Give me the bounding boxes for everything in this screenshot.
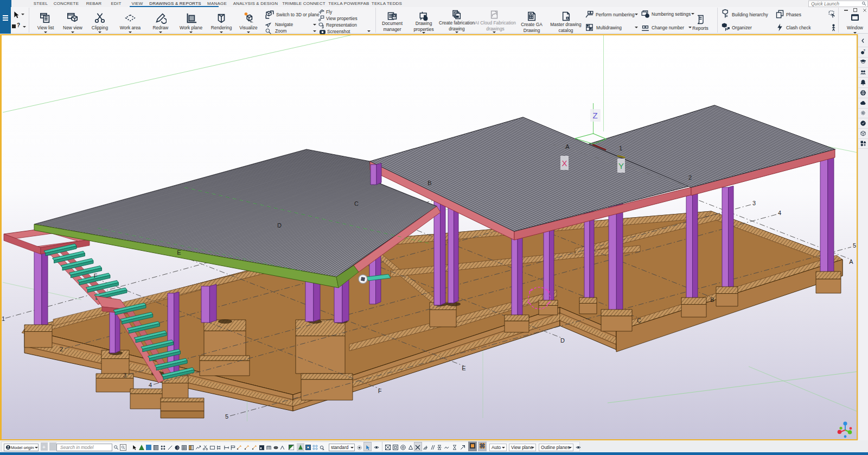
svg-text:B: B: [710, 296, 714, 303]
svg-text:E: E: [462, 365, 465, 371]
svg-text:?: ?: [864, 49, 866, 52]
svg-text:A: A: [565, 143, 570, 150]
svg-text:A: A: [849, 258, 853, 265]
svg-text:5: 5: [853, 242, 856, 249]
svg-text:F: F: [378, 388, 382, 394]
svg-text:D: D: [277, 222, 282, 229]
svg-text:B: B: [427, 180, 431, 186]
svg-text:3: 3: [752, 200, 756, 206]
svg-text:1: 1: [2, 315, 5, 322]
svg-text:C: C: [354, 200, 359, 207]
svg-text:3: 3: [123, 372, 126, 378]
svg-text:X: X: [561, 159, 567, 168]
svg-text:4: 4: [778, 210, 781, 216]
svg-text:F: F: [94, 273, 98, 279]
svg-text:4: 4: [149, 382, 152, 388]
svg-text:C: C: [637, 317, 641, 324]
svg-text:D: D: [560, 337, 565, 344]
svg-text:E: E: [177, 249, 181, 256]
svg-text:2: 2: [60, 346, 63, 352]
svg-text:2: 2: [688, 174, 692, 181]
svg-text:5: 5: [225, 413, 228, 420]
svg-text:Z: Z: [592, 111, 597, 120]
svg-text:1: 1: [619, 145, 622, 151]
svg-text:Y: Y: [618, 161, 624, 170]
